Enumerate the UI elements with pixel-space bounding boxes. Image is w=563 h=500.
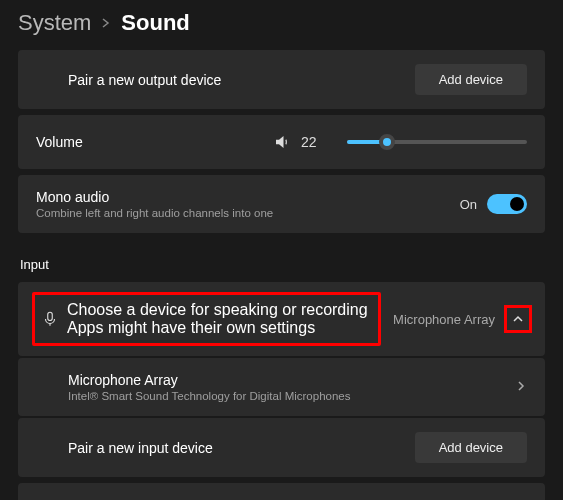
- choose-input-subtitle: Apps might have their own settings: [67, 319, 315, 336]
- input-volume-row: Volume 100: [18, 483, 545, 500]
- breadcrumb: System Sound: [18, 0, 545, 50]
- svg-rect-0: [48, 312, 53, 320]
- output-volume-row: Volume 22: [18, 115, 545, 169]
- mono-audio-title: Mono audio: [36, 189, 460, 205]
- output-volume-value: 22: [301, 134, 335, 150]
- add-output-device-button[interactable]: Add device: [415, 64, 527, 95]
- choose-input-highlight: Choose a device for speaking or recordin…: [32, 292, 381, 346]
- chevron-right-icon: [101, 15, 111, 31]
- microphone-icon: [41, 310, 59, 328]
- input-device-row[interactable]: Microphone Array Intel® Smart Sound Tech…: [18, 358, 545, 416]
- pair-output-row: Pair a new output device Add device: [18, 50, 545, 109]
- breadcrumb-parent[interactable]: System: [18, 10, 91, 36]
- pair-input-label: Pair a new input device: [68, 440, 415, 456]
- pair-input-row: Pair a new input device Add device: [18, 418, 545, 477]
- pair-output-label: Pair a new output device: [68, 72, 415, 88]
- input-section-label: Input: [18, 239, 545, 282]
- collapse-input-button[interactable]: [505, 306, 531, 332]
- selected-input-device: Microphone Array: [393, 312, 495, 327]
- mono-toggle-state: On: [460, 197, 477, 212]
- add-input-device-button[interactable]: Add device: [415, 432, 527, 463]
- chevron-right-icon: [515, 379, 527, 395]
- mono-audio-row: Mono audio Combine left and right audio …: [18, 175, 545, 233]
- mono-audio-toggle[interactable]: [487, 194, 527, 214]
- breadcrumb-current: Sound: [121, 10, 189, 36]
- input-device-desc: Intel® Smart Sound Technology for Digita…: [68, 390, 515, 402]
- chevron-up-icon: [512, 313, 524, 325]
- choose-input-title: Choose a device for speaking or recordin…: [67, 301, 368, 318]
- speaker-icon[interactable]: [273, 133, 291, 151]
- output-volume-label: Volume: [36, 134, 273, 150]
- output-volume-slider[interactable]: [347, 140, 527, 144]
- choose-input-device-row[interactable]: Choose a device for speaking or recordin…: [18, 282, 545, 356]
- input-device-name: Microphone Array: [68, 372, 515, 388]
- mono-audio-subtitle: Combine left and right audio channels in…: [36, 207, 460, 219]
